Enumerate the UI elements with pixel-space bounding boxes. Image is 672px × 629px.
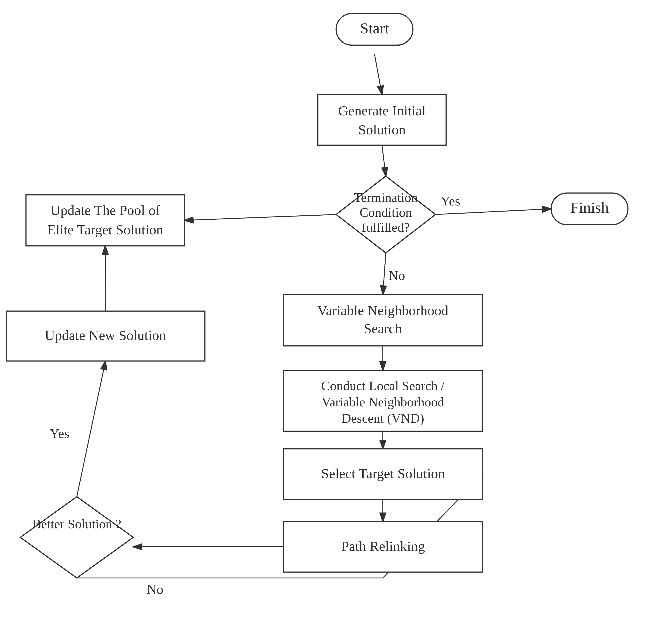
conduct-label-1: Conduct Local Search / bbox=[321, 378, 445, 393]
yes-update-label: Yes bbox=[50, 426, 69, 441]
svg-line-0 bbox=[375, 54, 382, 95]
vns-label-2: Search bbox=[364, 321, 402, 336]
no-vns-label: No bbox=[388, 268, 405, 283]
svg-line-1 bbox=[382, 145, 386, 176]
svg-line-9 bbox=[77, 361, 105, 497]
pool-label-2: Elite Target Solution bbox=[47, 222, 163, 237]
vns-label-1: Variable Neighborhood bbox=[317, 303, 448, 318]
update-new-label: Update New Solution bbox=[45, 328, 166, 343]
select-target-label: Select Target Solution bbox=[321, 466, 445, 481]
flowchart: Yes No Yes No Start Generate bbox=[0, 0, 672, 629]
svg-line-2 bbox=[435, 209, 551, 215]
term-label-3: fulfilled? bbox=[362, 220, 410, 234]
conduct-label-2: Variable Neighborhood bbox=[322, 395, 444, 409]
pool-label-1: Update The Pool of bbox=[50, 203, 160, 218]
svg-line-3 bbox=[383, 253, 386, 295]
start-label: Start bbox=[360, 20, 389, 37]
conduct-label-3: Descent (VND) bbox=[341, 411, 424, 426]
generate-node bbox=[318, 95, 446, 145]
generate-label-2: Solution bbox=[358, 122, 406, 137]
generate-label-1: Generate Initial bbox=[338, 103, 426, 118]
term-label-2: Condition bbox=[360, 205, 412, 220]
better-label-1: Better Solution ? bbox=[32, 517, 121, 531]
svg-line-4 bbox=[185, 215, 336, 220]
vns-node bbox=[284, 295, 482, 346]
svg-line-10 bbox=[105, 246, 105, 311]
better-solution-node bbox=[20, 497, 133, 578]
no-path-label: No bbox=[147, 582, 163, 597]
path-relinking-label: Path Relinking bbox=[341, 538, 425, 554]
finish-label: Finish bbox=[570, 199, 609, 216]
term-label-1: Termination bbox=[354, 190, 418, 205]
yes-finish-label: Yes bbox=[440, 194, 460, 208]
